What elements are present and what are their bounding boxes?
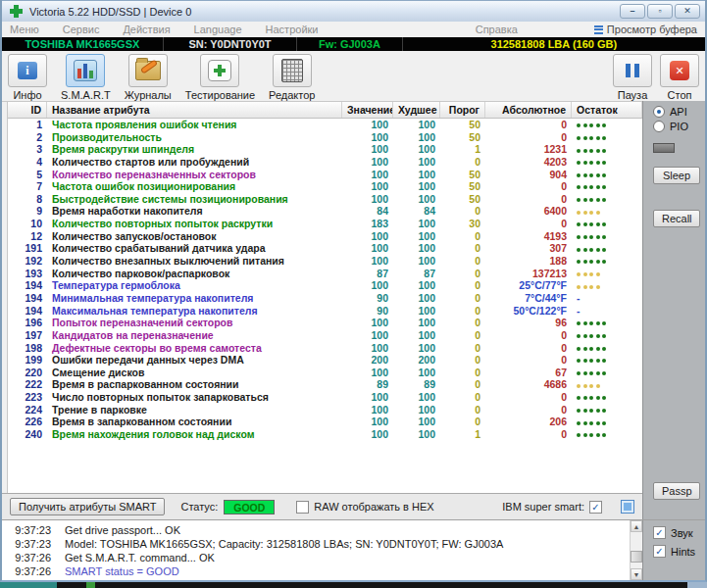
menu-help[interactable]: Справка	[476, 24, 518, 35]
header-value: Значение	[342, 102, 393, 118]
pio-radio-label: PIO	[670, 121, 688, 132]
smart-row[interactable]: 3Время раскрутки шпинделя10010011231	[8, 143, 642, 156]
smart-row[interactable]: 4Количество стартов или пробуждений10010…	[8, 156, 642, 169]
smart-row[interactable]: 194Минимальная температура накопителя901…	[8, 292, 642, 305]
log-scrollbar[interactable]: ▲ ▼	[630, 520, 642, 580]
smart-row[interactable]: 5Количество переназначенных секторов1001…	[8, 169, 642, 181]
attr-threshold: 0	[440, 242, 485, 255]
smart-row[interactable]: 196Попыток переназначений секторов100100…	[8, 317, 642, 329]
ibm-smart-label: IBM super smart:	[502, 501, 584, 513]
maximize-button[interactable]: ▫	[647, 4, 673, 19]
smart-tool[interactable]: S.M.A.R.T	[61, 54, 111, 101]
pio-radio[interactable]	[653, 121, 665, 132]
attr-value: 200	[342, 354, 393, 367]
attr-health	[572, 428, 642, 441]
menu-main[interactable]: Меню	[10, 24, 39, 35]
stop-tool[interactable]: ✕ Стоп	[660, 54, 699, 101]
api-radio-row[interactable]: API	[653, 106, 705, 118]
smart-row[interactable]: 199Ошибки передачи данных через DMA20020…	[8, 354, 642, 367]
close-button[interactable]: ✕	[675, 4, 700, 19]
attr-id: 194	[8, 305, 47, 318]
attr-threshold: 50	[440, 119, 485, 131]
smart-row[interactable]: 192Количество внезапных выключений питан…	[8, 255, 642, 268]
smart-row[interactable]: 10Количество повторных попыток раскрутки…	[8, 218, 642, 230]
ibm-smart-checkbox[interactable]: ✓	[589, 501, 602, 514]
smart-row[interactable]: 220Смещение дисков100100067	[8, 367, 642, 379]
smart-row[interactable]: 240Время нахождения головок над диском10…	[8, 428, 642, 441]
raw-hex-checkbox[interactable]	[296, 501, 309, 514]
attr-id: 194	[8, 292, 47, 305]
smart-row[interactable]: 9Время наработки накопителя848406400	[8, 205, 642, 218]
attr-health	[572, 279, 642, 292]
sound-checkbox-row[interactable]: ✓ Звук	[653, 526, 705, 539]
attr-name: Дефектные секторы во время самотеста	[47, 342, 342, 355]
attr-worst: 100	[393, 367, 440, 379]
smart-row[interactable]: 2Производительность100100500	[8, 131, 642, 144]
journals-tool[interactable]: Журналы	[125, 54, 172, 101]
log-line: 9:37:26Get S.M.A.R.T. command... OK	[2, 551, 642, 564]
attr-raw: 206	[485, 416, 572, 428]
pio-radio-row[interactable]: PIO	[653, 121, 705, 132]
info-tool[interactable]: i Инфо	[8, 54, 47, 101]
attr-worst: 89	[393, 378, 440, 391]
editor-tool[interactable]: Редактор	[269, 54, 315, 101]
api-radio[interactable]	[653, 106, 665, 118]
attr-value: 90	[342, 292, 393, 305]
attr-value: 100	[342, 367, 393, 379]
smart-row[interactable]: 8Быстродействие системы позиционирования…	[8, 193, 642, 206]
attr-id: 198	[8, 342, 47, 355]
attr-raw: 4686	[485, 378, 572, 391]
smart-row[interactable]: 193Количество парковок/распарковок878701…	[8, 268, 642, 280]
smart-row[interactable]: 197Кандидатов на переназначение10010000	[8, 329, 642, 342]
smart-row[interactable]: 1Частота проявления ошибок чтения1001005…	[8, 119, 642, 131]
smart-row[interactable]: 222Время в распаркованном состоянии89890…	[8, 378, 642, 391]
ibm-smart-indicator[interactable]	[621, 500, 634, 514]
attr-raw: 1231	[485, 143, 572, 156]
smart-row[interactable]: 223Число повторных попыток запарковаться…	[8, 391, 642, 404]
attr-raw: 6400	[485, 205, 572, 218]
status-bar: Получить атрибуты SMART Статус: GOOD RAW…	[2, 493, 642, 519]
attr-name: Кандидатов на переназначение	[47, 329, 342, 342]
menu-actions[interactable]: Действия	[123, 24, 170, 35]
passp-button[interactable]: Passp	[653, 482, 700, 500]
sleep-button[interactable]: Sleep	[653, 167, 700, 184]
menu-bar: Меню Сервис Действия Language Настройки …	[2, 22, 705, 37]
buffer-view-button[interactable]: Просмотр буфера	[594, 24, 697, 35]
smart-row[interactable]: 12Количество запусков/остановок100100041…	[8, 230, 642, 243]
attr-id: 193	[8, 268, 47, 280]
raw-hex-group[interactable]: RAW отображать в HEX	[296, 501, 433, 514]
side-panel: API PIO Sleep Recall Passp	[642, 101, 705, 519]
attr-worst: 100	[393, 391, 440, 404]
smart-row[interactable]: 194Температура гермоблока100100025°C/77°…	[8, 279, 642, 292]
attr-name: Смещение дисков	[47, 367, 342, 379]
pause-tool[interactable]: Пауза	[613, 54, 652, 101]
menu-language[interactable]: Language	[194, 24, 242, 35]
attr-health	[572, 242, 642, 255]
testing-tool-label: Тестирование	[185, 89, 255, 101]
scroll-down-icon[interactable]: ▼	[631, 568, 642, 580]
smart-row[interactable]: 224Трение в парковке10010000	[8, 404, 642, 416]
scroll-up-icon[interactable]: ▲	[631, 520, 642, 532]
testing-tool[interactable]: Тестирование	[185, 54, 255, 101]
menu-settings[interactable]: Настройки	[266, 24, 319, 35]
smart-row[interactable]: 226Время в запаркованном состоянии100100…	[8, 416, 642, 428]
minimize-button[interactable]: –	[620, 4, 645, 19]
hints-checkbox[interactable]: ✓	[653, 545, 666, 558]
attr-threshold: 50	[440, 169, 485, 181]
recall-button[interactable]: Recall	[653, 210, 700, 227]
attr-raw: 188	[485, 255, 572, 268]
attr-health	[572, 230, 642, 243]
sound-checkbox[interactable]: ✓	[653, 526, 666, 539]
smart-row[interactable]: 194Максимальная температура накопителя90…	[8, 305, 642, 318]
scroll-thumb[interactable]	[631, 551, 642, 564]
smart-row[interactable]: 191Количество срабатываний датчика удара…	[8, 242, 642, 255]
attr-name: Попыток переназначений секторов	[47, 317, 342, 329]
menu-service[interactable]: Сервис	[63, 24, 100, 35]
smart-row[interactable]: 198Дефектные секторы во время самотеста1…	[8, 342, 642, 355]
get-smart-button[interactable]: Получить атрибуты SMART	[10, 498, 165, 515]
hex-grid-icon	[281, 59, 303, 82]
hints-checkbox-row[interactable]: ✓ Hints	[653, 545, 705, 558]
attr-name: Количество запусков/остановок	[47, 230, 342, 243]
attr-health	[572, 255, 642, 268]
smart-row[interactable]: 7Частота ошибок позиционирования10010050…	[8, 180, 642, 193]
